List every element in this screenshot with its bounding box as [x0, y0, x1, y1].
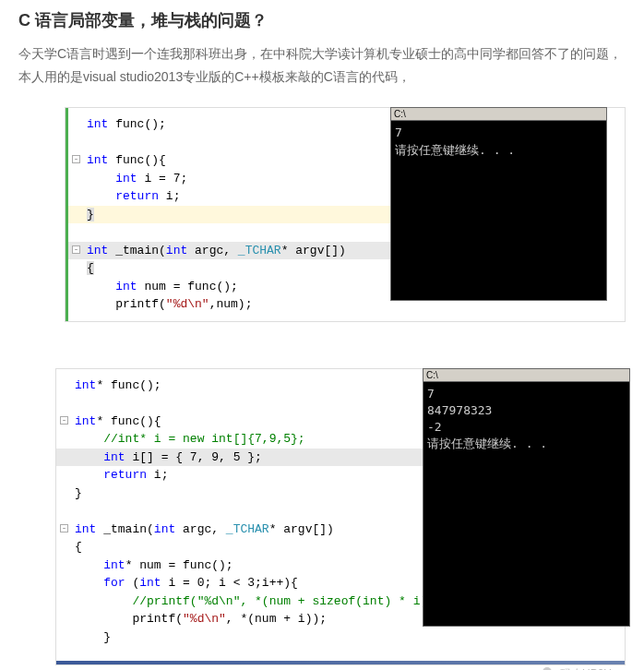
console-output-1: C:\ 7 请按任意键继续. . . [390, 107, 607, 301]
console-titlebar: C:\ [423, 369, 629, 382]
collapse-icon[interactable]: - [60, 524, 68, 532]
collapse-icon[interactable]: - [72, 155, 80, 163]
code-line: { [68, 259, 416, 278]
watermark: 码农UP2U @51CTO博客 [543, 666, 612, 670]
code-line [68, 223, 416, 242]
code-line: int i = 7; [68, 170, 416, 188]
wechat-icon [543, 666, 557, 670]
code-example-1: int func(); -int func(){ int i = 7; retu… [18, 107, 626, 322]
collapse-icon[interactable]: - [60, 416, 68, 425]
console-line: 请按任意键继续. . . [427, 436, 626, 452]
code-line [68, 134, 416, 152]
code-line: int num = func(); [68, 278, 416, 296]
code-line: printf("%d\n",num); [68, 295, 416, 314]
code-line: } [68, 206, 416, 224]
code-editor-1: int func(); -int func(){ int i = 7; retu… [66, 108, 416, 321]
code-line: return i; [68, 187, 416, 206]
code-line: -int _tmain(int argc, _TCHAR* argv[]) [68, 242, 416, 260]
code-line: int func(); [68, 115, 416, 134]
console-line: -2 [427, 419, 626, 436]
console-output-2: C:\ 7 847978323 -2 请按任意键继续. . . [423, 368, 630, 627]
bottom-border [56, 661, 625, 664]
code-example-2: int* func(); -int* func(){ //int* i = ne… [18, 368, 626, 666]
page-title: C 语言局部变量，堆与栈的问题？ [18, 9, 626, 31]
collapse-icon[interactable]: - [72, 245, 80, 254]
description-text: 今天学C语言时遇到一个连我那科班出身，在中科院大学读计算机专业硕士的高中同学都回… [18, 42, 626, 89]
console-line: 847978323 [427, 402, 626, 419]
console-titlebar: C:\ [391, 108, 606, 121]
console-line: 请按任意键继续. . . [395, 142, 602, 159]
console-line: 7 [395, 125, 602, 141]
console-line: 7 [427, 386, 626, 402]
code-line: } [56, 628, 625, 647]
code-line: -int func(){ [68, 151, 416, 170]
